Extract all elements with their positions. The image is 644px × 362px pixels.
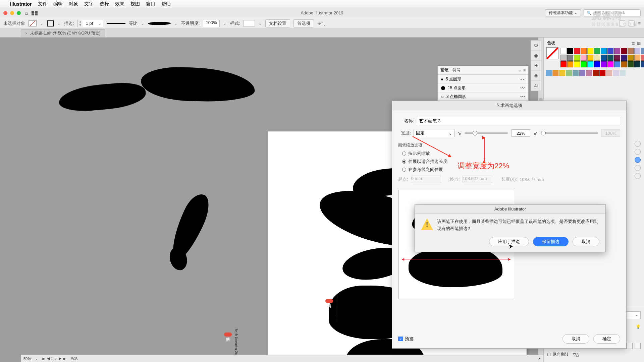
widget-dot[interactable] <box>635 149 641 155</box>
profile-sample[interactable] <box>107 21 125 25</box>
panel-menu-icon[interactable]: ≡ <box>523 68 526 73</box>
swatch[interactable] <box>581 48 587 54</box>
doc-setup-button[interactable]: 文档设置 <box>265 19 290 27</box>
width-percent-input[interactable]: 22% <box>512 129 530 137</box>
swatch[interactable] <box>567 55 573 61</box>
style-swatch[interactable] <box>244 20 255 27</box>
zoom-level[interactable]: 50% <box>23 357 31 361</box>
alert-cancel-button[interactable]: 取消 <box>573 237 599 246</box>
swatch[interactable] <box>587 61 593 67</box>
home-icon[interactable]: ⌂ <box>25 10 28 16</box>
flip-v-checkbox[interactable]: ☐ <box>547 352 551 357</box>
panel-icon[interactable]: ◆ <box>531 51 541 61</box>
brushes-tab[interactable]: 画笔 <box>440 67 448 73</box>
swatch[interactable] <box>573 70 579 76</box>
swatch[interactable] <box>601 61 607 67</box>
leave-strokes-button[interactable]: 保留描边 <box>533 237 569 246</box>
preview-checkbox[interactable]: ✓ <box>398 337 403 341</box>
swatch[interactable] <box>581 55 587 61</box>
grid-view-icon[interactable]: ▦ <box>637 41 641 46</box>
panel-icon[interactable]: ♣ <box>531 71 541 81</box>
swatch[interactable] <box>634 48 640 54</box>
minimize-window[interactable] <box>10 11 14 15</box>
swatch[interactable] <box>628 55 634 61</box>
menu-window[interactable]: 窗口 <box>146 1 155 7</box>
brush-name-input[interactable] <box>417 117 620 125</box>
swatch[interactable] <box>641 61 644 67</box>
swatch[interactable] <box>587 48 593 54</box>
width-slider[interactable] <box>465 132 508 134</box>
document-tab[interactable]: × 未标题-1.ai* @ 50% (CMYK/GPU 预览) <box>21 29 105 37</box>
menu-help[interactable]: 帮助 <box>161 1 171 7</box>
swatch[interactable] <box>594 48 600 54</box>
swatch[interactable] <box>607 61 613 67</box>
swatch[interactable] <box>567 61 573 67</box>
overlap-opt-2[interactable] <box>635 343 641 349</box>
swatch[interactable] <box>599 70 605 76</box>
swatch[interactable] <box>579 70 585 76</box>
brush-item[interactable]: 5 点圆形〰 <box>438 75 528 83</box>
swatch[interactable] <box>560 48 567 54</box>
menu-type[interactable]: 文字 <box>84 1 94 7</box>
stroke-swatch[interactable] <box>47 20 54 26</box>
swatch[interactable] <box>614 55 620 61</box>
workspace-switcher[interactable]: 传统基本功能 ⌄ <box>545 9 581 16</box>
swatch[interactable] <box>614 48 620 54</box>
overlap-opt-1[interactable] <box>627 343 633 349</box>
transform-icon[interactable] <box>619 20 625 26</box>
close-window[interactable] <box>3 11 7 15</box>
swatch[interactable] <box>641 55 644 61</box>
swatch[interactable] <box>601 55 607 61</box>
swatch[interactable] <box>574 48 580 54</box>
swatch[interactable] <box>621 55 627 61</box>
swatch[interactable] <box>587 55 593 61</box>
widget-dot[interactable] <box>635 141 641 147</box>
swatch-grid[interactable] <box>560 47 642 69</box>
swatch[interactable] <box>586 70 592 76</box>
symbols-tab[interactable]: 符号 <box>452 67 461 73</box>
swatch[interactable] <box>574 55 580 61</box>
stock-search[interactable]: 🔍搜索 Adobe Stock <box>584 9 641 16</box>
swatch[interactable] <box>594 61 600 67</box>
width-mode-select[interactable]: 固定⌄ <box>414 129 454 137</box>
menu-file[interactable]: 文件 <box>38 1 47 7</box>
variation-slider[interactable] <box>541 132 598 134</box>
widget-dot[interactable] <box>635 165 641 171</box>
cancel-button[interactable]: 取消 <box>562 334 589 344</box>
menu-view[interactable]: 视图 <box>130 1 140 7</box>
panel-icon[interactable]: ✦ <box>531 61 541 71</box>
swatch[interactable] <box>641 48 644 54</box>
opacity-input[interactable]: 100% <box>203 20 220 27</box>
swatch[interactable] <box>581 61 587 67</box>
swatch[interactable] <box>628 48 634 54</box>
prefs-button[interactable]: 首选项 <box>293 19 314 27</box>
stroke-weight-input[interactable]: ▴▾ 1 pt ⌄ <box>77 20 103 27</box>
app-name[interactable]: Illustrator <box>10 1 32 7</box>
swatch[interactable] <box>614 61 620 67</box>
maximize-window[interactable] <box>17 11 21 15</box>
panel-icon[interactable]: AI <box>531 81 541 91</box>
swatch[interactable] <box>606 70 612 76</box>
swatch[interactable] <box>634 61 640 67</box>
close-tab-icon[interactable]: × <box>25 31 28 36</box>
widget-dot[interactable] <box>635 173 641 179</box>
swatch[interactable] <box>566 70 572 76</box>
swatch[interactable] <box>621 61 627 67</box>
swatch-grid-2[interactable] <box>546 69 642 76</box>
swatch[interactable] <box>574 61 580 67</box>
arrange-icon[interactable] <box>32 11 38 15</box>
swatch[interactable] <box>560 61 567 67</box>
swatch[interactable] <box>634 55 640 61</box>
swatch[interactable] <box>620 70 626 76</box>
swatch[interactable] <box>559 70 565 76</box>
scale-radio-proportional[interactable]: 按比例缩放 <box>398 149 620 158</box>
swatch[interactable] <box>613 70 619 76</box>
panel-icon[interactable]: ⚙ <box>531 41 541 51</box>
isolate-icon[interactable] <box>629 20 635 26</box>
swatch[interactable] <box>621 48 627 54</box>
swatch[interactable] <box>552 70 558 76</box>
menu-select[interactable]: 选择 <box>100 1 109 7</box>
collapse-icon[interactable]: » <box>519 68 521 73</box>
fill-none-swatch[interactable] <box>29 20 37 26</box>
swatch[interactable] <box>560 55 567 61</box>
